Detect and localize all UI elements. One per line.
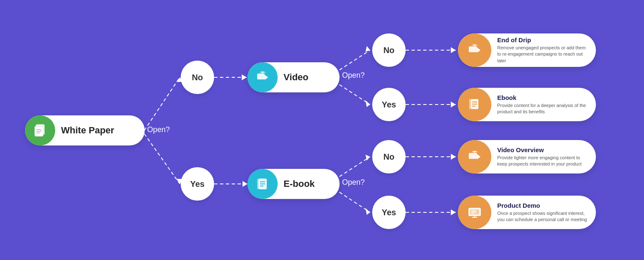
no-mid-bot-label: No: [383, 152, 395, 162]
ebook-result-text: Ebook Provide content for a deeper analy…: [491, 91, 596, 119]
svg-marker-5: [242, 74, 247, 80]
svg-marker-7: [243, 181, 248, 187]
svg-marker-23: [451, 209, 456, 215]
video-open-question: Open?: [342, 71, 365, 80]
svg-marker-17: [451, 47, 456, 53]
svg-marker-15: [365, 208, 370, 215]
no-mid-top-node: No: [372, 33, 406, 67]
svg-line-12: [335, 157, 370, 180]
svg-marker-34: [265, 75, 268, 80]
product-demo-card: Product Demo Once a prospect shows signi…: [458, 196, 596, 229]
white-paper-node: White Paper: [25, 115, 145, 145]
ebook-result-title: Ebook: [497, 94, 590, 101]
svg-line-8: [335, 50, 370, 73]
svg-marker-11: [365, 100, 370, 107]
svg-line-2: [144, 134, 180, 184]
end-of-drip-text: End of Drip Remove unengaged prospects o…: [491, 33, 596, 67]
end-of-drip-icon: [458, 33, 491, 67]
end-of-drip-card: End of Drip Remove unengaged prospects o…: [458, 33, 596, 67]
svg-marker-13: [365, 155, 370, 161]
yes-bottom-label: Yes: [190, 179, 204, 189]
video-overview-text: Video Overview Provide lighter more enga…: [491, 143, 596, 171]
yes-mid-top-label: Yes: [382, 100, 396, 110]
svg-line-10: [335, 82, 370, 105]
wp-open-question: Open?: [147, 125, 170, 134]
ebook-result-icon: [458, 88, 491, 121]
yes-mid-top-node: Yes: [372, 88, 406, 121]
ebook-result-desc: Provide content for a deeper analysis of…: [497, 102, 590, 115]
yes-bot-label: Yes: [382, 208, 396, 217]
end-of-drip-desc: Remove unengaged prospects or add them t…: [497, 45, 590, 64]
no-top-node: No: [181, 61, 214, 94]
ebook-open-question: Open?: [342, 178, 365, 187]
no-top-label: No: [192, 73, 203, 82]
svg-line-0: [144, 77, 180, 130]
no-mid-bot-node: No: [372, 140, 406, 173]
ebook-label: E-book: [278, 178, 324, 189]
svg-rect-42: [469, 46, 477, 52]
diagram: White Paper Open? No Yes Video Open?: [0, 0, 644, 260]
no-mid-top-label: No: [383, 46, 395, 55]
product-demo-text: Product Demo Once a prospect shows signi…: [491, 199, 596, 227]
video-overview-title: Video Overview: [497, 146, 590, 153]
svg-line-14: [335, 189, 370, 212]
video-overview-icon: [458, 140, 491, 173]
video-overview-desc: Provide lighter more engaging content to…: [497, 155, 590, 168]
product-demo-title: Product Demo: [497, 202, 590, 209]
ebook-node: E-book: [248, 169, 340, 199]
svg-marker-9: [365, 46, 370, 52]
svg-marker-21: [451, 154, 456, 160]
video-node: Video: [248, 62, 340, 92]
svg-rect-41: [257, 179, 259, 189]
yes-bot-node: Yes: [372, 196, 406, 229]
product-demo-icon: [458, 196, 491, 229]
yes-bottom-node: Yes: [181, 167, 214, 201]
end-of-drip-title: End of Drip: [497, 36, 590, 43]
product-demo-desc: Once a prospect shows significant intere…: [497, 210, 590, 223]
svg-marker-43: [477, 48, 480, 53]
svg-rect-33: [257, 74, 265, 79]
svg-rect-49: [469, 99, 471, 109]
video-label: Video: [278, 72, 318, 83]
video-overview-card: Video Overview Provide lighter more enga…: [458, 140, 596, 173]
svg-rect-50: [469, 153, 477, 159]
white-paper-label: White Paper: [55, 125, 123, 136]
ebook-result-card: Ebook Provide content for a deeper analy…: [458, 88, 596, 121]
svg-marker-51: [477, 154, 480, 159]
svg-marker-19: [451, 102, 456, 107]
